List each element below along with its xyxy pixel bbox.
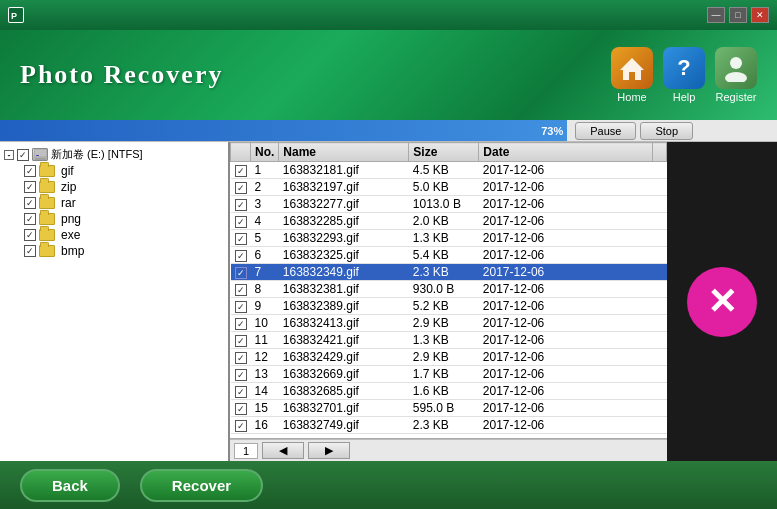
expand-icon[interactable]: - xyxy=(4,150,14,160)
minimize-button[interactable]: — xyxy=(707,7,725,23)
tree-item-exe[interactable]: ✓ exe xyxy=(4,227,224,243)
row-checkbox[interactable]: ✓ xyxy=(235,352,247,364)
row-spacer xyxy=(653,298,667,315)
table-row[interactable]: ✓ 7 163832349.gif 2.3 KB 2017-12-06 xyxy=(231,264,667,281)
row-name: 163832421.gif xyxy=(279,332,409,349)
tree-exe-checkbox[interactable]: ✓ xyxy=(24,229,36,241)
row-no: 12 xyxy=(251,349,279,366)
row-checkbox[interactable]: ✓ xyxy=(235,386,247,398)
folder-icon-rar xyxy=(39,197,55,209)
tree-item-zip[interactable]: ✓ zip xyxy=(4,179,224,195)
tree-root-label: 新加卷 (E:) [NTFS] xyxy=(51,147,143,162)
row-checkbox[interactable]: ✓ xyxy=(235,199,247,211)
row-spacer xyxy=(653,383,667,400)
row-checkbox[interactable]: ✓ xyxy=(235,216,247,228)
row-size: 1.3 KB xyxy=(409,332,479,349)
row-checkbox[interactable]: ✓ xyxy=(235,267,247,279)
row-checkbox[interactable]: ✓ xyxy=(235,369,247,381)
close-button[interactable]: ✕ xyxy=(751,7,769,23)
table-row[interactable]: ✓ 3 163832277.gif 1013.0 B 2017-12-06 xyxy=(231,196,667,213)
prev-page-button[interactable]: ◀ xyxy=(262,442,304,459)
table-row[interactable]: ✓ 2 163832197.gif 5.0 KB 2017-12-06 xyxy=(231,179,667,196)
row-checkbox[interactable]: ✓ xyxy=(235,250,247,262)
title-bar-controls: — □ ✕ xyxy=(707,7,769,23)
table-header-row: No. Name Size Date xyxy=(231,143,667,162)
row-name: 163832197.gif xyxy=(279,179,409,196)
header: Photo Recovery Home ? Help Registe xyxy=(0,30,777,120)
table-row[interactable]: ✓ 9 163832389.gif 5.2 KB 2017-12-06 xyxy=(231,298,667,315)
row-checkbox[interactable]: ✓ xyxy=(235,420,247,432)
pause-button[interactable]: Pause xyxy=(575,122,636,140)
row-spacer xyxy=(653,281,667,298)
tree-bmp-checkbox[interactable]: ✓ xyxy=(24,245,36,257)
table-row[interactable]: ✓ 16 163832749.gif 2.3 KB 2017-12-06 xyxy=(231,417,667,434)
row-no: 14 xyxy=(251,383,279,400)
table-row[interactable]: ✓ 10 163832413.gif 2.9 KB 2017-12-06 xyxy=(231,315,667,332)
table-row[interactable]: ✓ 6 163832325.gif 5.4 KB 2017-12-06 xyxy=(231,247,667,264)
bottom-bar: Back Recover xyxy=(0,461,777,509)
row-name: 163832277.gif xyxy=(279,196,409,213)
tree-item-rar[interactable]: ✓ rar xyxy=(4,195,224,211)
table-row[interactable]: ✓ 11 163832421.gif 1.3 KB 2017-12-06 xyxy=(231,332,667,349)
tree-item-gif[interactable]: ✓ gif xyxy=(4,163,224,179)
row-date: 2017-12-06 xyxy=(479,162,653,179)
row-checkbox[interactable]: ✓ xyxy=(235,182,247,194)
preview-error-icon: ✕ xyxy=(687,267,757,337)
table-row[interactable]: ✓ 4 163832285.gif 2.0 KB 2017-12-06 xyxy=(231,213,667,230)
row-checkbox[interactable]: ✓ xyxy=(235,233,247,245)
row-date: 2017-12-06 xyxy=(479,281,653,298)
register-nav-button[interactable]: Register xyxy=(715,47,757,103)
row-no: 15 xyxy=(251,400,279,417)
row-name: 163832429.gif xyxy=(279,349,409,366)
help-nav-button[interactable]: ? Help xyxy=(663,47,705,103)
tree-rar-checkbox[interactable]: ✓ xyxy=(24,197,36,209)
row-date: 2017-12-06 xyxy=(479,383,653,400)
back-button[interactable]: Back xyxy=(20,469,120,502)
tree-root[interactable]: - ✓ 新加卷 (E:) [NTFS] xyxy=(4,146,224,163)
row-size: 595.0 B xyxy=(409,400,479,417)
tree-root-checkbox[interactable]: ✓ xyxy=(17,149,29,161)
folder-icon-gif xyxy=(39,165,55,177)
row-checkbox[interactable]: ✓ xyxy=(235,403,247,415)
col-size: Size xyxy=(409,143,479,162)
table-row[interactable]: ✓ 1 163832181.gif 4.5 KB 2017-12-06 xyxy=(231,162,667,179)
home-nav-button[interactable]: Home xyxy=(611,47,653,103)
table-row[interactable]: ✓ 12 163832429.gif 2.9 KB 2017-12-06 xyxy=(231,349,667,366)
row-checkbox[interactable]: ✓ xyxy=(235,318,247,330)
row-checkbox[interactable]: ✓ xyxy=(235,165,247,177)
row-name: 163832669.gif xyxy=(279,366,409,383)
tree-gif-checkbox[interactable]: ✓ xyxy=(24,165,36,177)
table-row[interactable]: ✓ 5 163832293.gif 1.3 KB 2017-12-06 xyxy=(231,230,667,247)
row-checkbox[interactable]: ✓ xyxy=(235,335,247,347)
recover-button[interactable]: Recover xyxy=(140,469,263,502)
row-checkbox[interactable]: ✓ xyxy=(235,301,247,313)
row-date: 2017-12-06 xyxy=(479,417,653,434)
row-spacer xyxy=(653,332,667,349)
table-row[interactable]: ✓ 8 163832381.gif 930.0 B 2017-12-06 xyxy=(231,281,667,298)
table-row[interactable]: ✓ 13 163832669.gif 1.7 KB 2017-12-06 xyxy=(231,366,667,383)
svg-text:P: P xyxy=(11,11,17,21)
row-name: 163832389.gif xyxy=(279,298,409,315)
tree-zip-checkbox[interactable]: ✓ xyxy=(24,181,36,193)
row-name: 163832381.gif xyxy=(279,281,409,298)
row-spacer xyxy=(653,213,667,230)
row-spacer xyxy=(653,349,667,366)
row-size: 2.9 KB xyxy=(409,349,479,366)
file-table[interactable]: No. Name Size Date ✓ 1 163832181.gif 4.5… xyxy=(230,142,667,439)
row-no: 4 xyxy=(251,213,279,230)
table-row[interactable]: ✓ 14 163832685.gif 1.6 KB 2017-12-06 xyxy=(231,383,667,400)
row-size: 4.5 KB xyxy=(409,162,479,179)
svg-marker-2 xyxy=(620,58,644,80)
stop-button[interactable]: Stop xyxy=(640,122,693,140)
col-scroll xyxy=(653,143,667,162)
restore-button[interactable]: □ xyxy=(729,7,747,23)
progress-buttons: Pause Stop xyxy=(567,120,701,142)
col-no: No. xyxy=(251,143,279,162)
tree-png-checkbox[interactable]: ✓ xyxy=(24,213,36,225)
row-checkbox[interactable]: ✓ xyxy=(235,284,247,296)
next-page-button[interactable]: ▶ xyxy=(308,442,350,459)
tree-item-png[interactable]: ✓ png xyxy=(4,211,224,227)
tree-item-bmp[interactable]: ✓ bmp xyxy=(4,243,224,259)
table-row[interactable]: ✓ 15 163832701.gif 595.0 B 2017-12-06 xyxy=(231,400,667,417)
row-spacer xyxy=(653,162,667,179)
